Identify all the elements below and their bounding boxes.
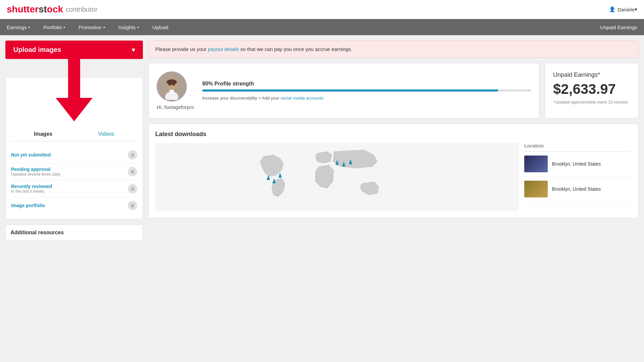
svg-rect-5: [172, 84, 175, 85]
nav-earnings-label: Earnings: [7, 24, 26, 30]
tab-videos[interactable]: Videos: [94, 130, 118, 138]
status-portfolio: Image portfolio 0: [11, 197, 137, 214]
profile-card: Hi, footageforpro 90% Profile strength I…: [148, 63, 539, 118]
location-header: Location: [524, 143, 632, 152]
status-reviewed-info: Recently reviewed In the last 3 weeks: [11, 184, 52, 194]
svg-marker-10: [278, 173, 282, 178]
avatar-svg: [158, 73, 185, 100]
logo-ock: ock: [47, 4, 63, 15]
earnings-title: Unpaid Earnings*: [553, 71, 630, 78]
additional-resources: Additional resources: [5, 225, 143, 241]
nav-unpaid-label: Unpaid Earnings: [600, 24, 637, 30]
not-submitted-label[interactable]: Not yet submitted: [11, 152, 51, 158]
earnings-note: *Updated approximately every 15 minutes: [553, 100, 630, 105]
alert-text-after: so that we can pay you once you accrue e…: [239, 46, 352, 52]
nav-insights-label: Insights: [118, 24, 136, 30]
downloads-section: Latest downloads: [148, 124, 639, 218]
strength-bar-bg: [202, 89, 531, 92]
location-panel: Location Brooklyn, United States Brookly…: [524, 143, 632, 211]
logo-contrib: contributor: [66, 6, 98, 13]
location-row-1: Brooklyn, United States: [524, 156, 632, 177]
profile-greeting: Hi, footageforpro: [157, 104, 194, 110]
social-media-link[interactable]: social media accounts: [281, 96, 324, 101]
additional-resources-title: Additional resources: [10, 230, 138, 236]
logo-shutter: shutter: [7, 4, 39, 15]
main-nav: Earnings ▾ Portfolio ▾ Promotion ▾ Insig…: [0, 19, 644, 35]
location-row-2: Brooklyn, United States: [524, 181, 632, 202]
upload-images-button[interactable]: Upload images ▾: [5, 41, 143, 59]
big-arrow: [56, 58, 93, 121]
upload-chevron-icon: ▾: [132, 46, 135, 54]
status-not-submitted-info: Not yet submitted: [11, 152, 51, 158]
user-label: Daniele: [618, 7, 635, 12]
nav-earnings-caret: ▾: [28, 25, 30, 29]
svg-rect-7: [170, 90, 174, 94]
profile-tip: Increase your discoverability > Add your…: [202, 96, 531, 101]
nav-insights-caret: ▾: [137, 25, 139, 29]
profile-strength-label: 90% Profile strength: [202, 81, 531, 87]
nav-portfolio-caret: ▾: [63, 25, 65, 29]
arrow-indicator: [5, 58, 143, 121]
reviewed-label[interactable]: Recently reviewed: [11, 184, 52, 189]
map-svg: [155, 143, 519, 210]
nav-promotion[interactable]: Promotion ▾: [72, 19, 111, 35]
alert-banner: Please provide us your payout details so…: [148, 41, 639, 58]
nav-promotion-label: Promotion: [78, 24, 101, 30]
location-thumb-2: [524, 181, 548, 197]
strength-bar-fill: [202, 89, 498, 92]
user-icon: 👤: [609, 6, 615, 12]
status-not-submitted: Not yet submitted 0: [11, 147, 137, 163]
svg-rect-4: [168, 84, 171, 85]
pending-count: 0: [128, 167, 137, 176]
profile-tip-text: Increase your discoverability > Add your: [202, 96, 281, 101]
location-text-1: Brooklyn, United States: [552, 161, 601, 167]
logo-stock: st: [39, 4, 47, 15]
payout-details-link[interactable]: payout details: [208, 46, 239, 52]
pending-label[interactable]: Pending approval: [11, 167, 60, 172]
avatar-section: Hi, footageforpro: [157, 71, 194, 110]
logo: shutterstock contributor: [7, 4, 98, 15]
earnings-card: Unpaid Earnings* $2,633.97 *Updated appr…: [545, 63, 639, 118]
nav-portfolio-label: Portfolio: [43, 24, 62, 30]
media-tabs: Images Videos: [11, 130, 137, 141]
nav-upload[interactable]: Upload: [146, 19, 175, 35]
nav-unpaid-earnings[interactable]: Unpaid Earnings: [593, 19, 644, 35]
nav-portfolio[interactable]: Portfolio ▾: [37, 19, 72, 35]
portfolio-label[interactable]: Image portfolio: [11, 203, 45, 208]
tab-images[interactable]: Images: [30, 130, 56, 138]
user-caret-icon: ▾: [635, 6, 637, 12]
top-header: shutterstock contributor 👤 Daniele ▾: [0, 0, 644, 19]
arrow-shaft: [68, 58, 80, 98]
right-panel: Please provide us your payout details so…: [148, 41, 639, 218]
pending-sublabel: Updated several times daily: [11, 172, 60, 177]
alert-text-before: Please provide us your: [155, 46, 208, 52]
avatar: [157, 71, 187, 102]
location-thumb-1: [524, 156, 548, 172]
upload-images-label: Upload images: [13, 46, 61, 54]
user-menu[interactable]: 👤 Daniele ▾: [609, 6, 637, 12]
status-pending-info: Pending approval Updated several times d…: [11, 167, 60, 177]
reviewed-count: 0: [128, 184, 137, 193]
nav-upload-label: Upload: [152, 24, 168, 30]
downloads-layout: Location Brooklyn, United States Brookly…: [155, 143, 632, 211]
portfolio-count: 0: [128, 201, 137, 210]
status-reviewed: Recently reviewed In the last 3 weeks 0: [11, 180, 137, 197]
reviewed-sublabel: In the last 3 weeks: [11, 189, 52, 194]
status-pending: Pending approval Updated several times d…: [11, 163, 137, 180]
left-panel: Upload images ▾ Images Videos Not yet su…: [5, 41, 143, 241]
status-portfolio-info: Image portfolio: [11, 203, 45, 208]
location-text-2: Brooklyn, United States: [552, 186, 601, 192]
arrow-head-icon: [56, 98, 93, 121]
earnings-amount: $2,633.97: [553, 81, 630, 97]
not-submitted-count: 0: [128, 150, 137, 160]
profile-strength-section: 90% Profile strength Increase your disco…: [202, 81, 531, 101]
nav-promotion-caret: ▾: [103, 25, 105, 29]
profile-earnings-row: Hi, footageforpro 90% Profile strength I…: [148, 63, 639, 118]
nav-earnings[interactable]: Earnings ▾: [0, 19, 37, 35]
downloads-title: Latest downloads: [155, 131, 632, 138]
svg-point-3: [167, 79, 177, 85]
nav-insights[interactable]: Insights ▾: [112, 19, 146, 35]
main-content: Upload images ▾ Images Videos Not yet su…: [0, 35, 644, 246]
world-map: [155, 143, 519, 211]
